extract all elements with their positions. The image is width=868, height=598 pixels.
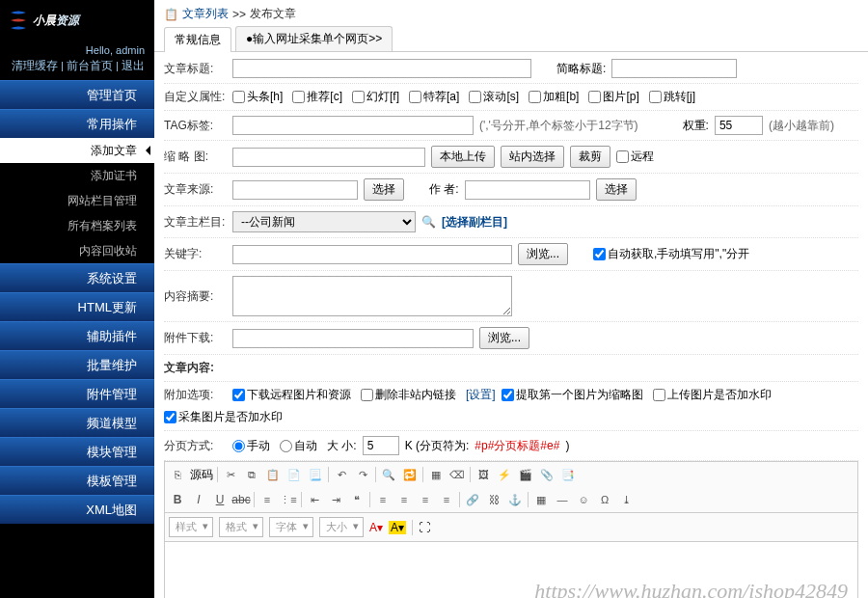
anchor-icon[interactable]: ⚓ [506, 491, 524, 508]
submenu-archive-list[interactable]: 所有档案列表 [0, 213, 154, 238]
page-icon[interactable]: 📑 [559, 466, 577, 483]
extra-settings-link[interactable]: [设置] [466, 387, 496, 403]
browse-kw-button[interactable]: 浏览... [518, 243, 568, 265]
opt-download-remote[interactable]: 下载远程图片和资源 [232, 387, 351, 403]
special-icon[interactable]: Ω [596, 491, 613, 508]
tab-general[interactable]: 常规信息 [164, 27, 231, 52]
hr-icon[interactable]: ― [554, 491, 571, 508]
strike-icon[interactable]: abc [232, 491, 250, 508]
menu-channel[interactable]: 频道模型 [0, 408, 154, 437]
attr-c[interactable]: 推荐[c] [292, 89, 342, 105]
magnify-icon[interactable]: 🔍 [421, 215, 436, 229]
table-icon[interactable]: ▦ [532, 491, 550, 508]
paste-text-icon[interactable]: 📄 [285, 466, 303, 483]
main-category-select[interactable]: --公司新闻 [232, 211, 416, 232]
source-input[interactable] [232, 180, 358, 200]
menu-html[interactable]: HTML更新 [0, 292, 154, 321]
paste-icon[interactable]: 📋 [264, 466, 282, 483]
upload-local-button[interactable]: 本地上传 [431, 146, 495, 168]
pick-author-button[interactable]: 选择 [596, 178, 637, 201]
frontend-link[interactable]: 前台首页 [67, 59, 113, 72]
source-icon[interactable]: ⎘ [169, 466, 186, 483]
tag-input[interactable] [232, 116, 474, 135]
sub-category-link[interactable]: [选择副栏目] [442, 214, 507, 231]
cut-icon[interactable]: ✂ [222, 466, 239, 483]
page-size-input[interactable] [363, 436, 399, 455]
submenu-recycle[interactable]: 内容回收站 [0, 238, 154, 263]
weight-input[interactable] [715, 116, 763, 135]
opt-upload-wm[interactable]: 上传图片是否加水印 [653, 387, 772, 403]
pick-source-button[interactable]: 选择 [364, 178, 404, 201]
source-label[interactable]: 源码 [190, 467, 213, 483]
removefmt-icon[interactable]: ⌫ [448, 466, 466, 483]
menu-batch[interactable]: 批量维护 [0, 350, 154, 379]
keywords-input[interactable] [232, 245, 512, 264]
align-right-icon[interactable]: ≡ [417, 491, 434, 508]
redo-icon[interactable]: ↷ [354, 466, 371, 483]
attach-icon[interactable]: 📎 [538, 466, 556, 483]
attr-a[interactable]: 特荐[a] [409, 89, 459, 105]
size-dropdown[interactable]: 大小 [319, 517, 364, 537]
attachment-input[interactable] [232, 329, 474, 348]
quote-icon[interactable]: ❝ [348, 491, 366, 508]
ul-icon[interactable]: ⋮≡ [280, 491, 297, 508]
ol-icon[interactable]: ≡ [258, 491, 276, 508]
menu-home[interactable]: 管理首页 [0, 80, 154, 109]
align-justify-icon[interactable]: ≡ [438, 491, 455, 508]
opt-collect-wm[interactable]: 采集图片是否加水印 [164, 409, 283, 425]
editor-canvas[interactable]: https://www.huzhan.com/ishop42849 [164, 542, 858, 598]
tab-collect-url[interactable]: ●输入网址采集单个网页>> [235, 26, 393, 51]
textcolor-icon[interactable]: A▾ [369, 521, 383, 534]
summary-textarea[interactable] [232, 276, 512, 316]
paste-word-icon[interactable]: 📃 [307, 466, 324, 483]
menu-system[interactable]: 系统设置 [0, 263, 154, 292]
underline-icon[interactable]: U [211, 491, 229, 508]
align-left-icon[interactable]: ≡ [374, 491, 392, 508]
submenu-add-article[interactable]: 添加文章 [0, 138, 154, 163]
replace-icon[interactable]: 🔁 [401, 466, 419, 483]
page-manual[interactable]: 手动 [232, 438, 270, 454]
bgcolor-icon[interactable]: A▾ [389, 521, 406, 534]
crop-button[interactable]: 裁剪 [570, 146, 610, 168]
align-center-icon[interactable]: ≡ [395, 491, 413, 508]
image-icon[interactable]: 🖼 [475, 466, 492, 483]
bold-icon[interactable]: B [169, 491, 186, 508]
menu-template[interactable]: 模板管理 [0, 466, 154, 495]
indent-icon[interactable]: ⇥ [327, 491, 344, 508]
menu-module[interactable]: 模块管理 [0, 437, 154, 466]
attr-h[interactable]: 头条[h] [232, 89, 283, 105]
style-dropdown[interactable]: 样式 [169, 517, 213, 537]
submenu-column-mgmt[interactable]: 网站栏目管理 [0, 188, 154, 213]
copy-icon[interactable]: ⧉ [243, 466, 260, 483]
attr-j[interactable]: 跳转[j] [649, 89, 695, 105]
attr-b[interactable]: 加粗[b] [529, 89, 579, 105]
title-input[interactable] [232, 59, 531, 78]
selectall-icon[interactable]: ▦ [427, 466, 445, 483]
link-icon[interactable]: 🔗 [464, 491, 481, 508]
maximize-icon[interactable]: ⛶ [419, 521, 430, 534]
menu-attach[interactable]: 附件管理 [0, 379, 154, 408]
page-auto[interactable]: 自动 [280, 438, 317, 454]
author-input[interactable] [465, 180, 590, 200]
menu-plugin[interactable]: 辅助插件 [0, 321, 154, 350]
find-icon[interactable]: 🔍 [380, 466, 397, 483]
opt-first-thumb[interactable]: 提取第一个图片为缩略图 [502, 387, 643, 403]
media-icon[interactable]: 🎬 [517, 466, 534, 483]
submenu-add-cert[interactable]: 添加证书 [0, 163, 154, 188]
attr-p[interactable]: 图片[p] [588, 89, 638, 105]
attr-s[interactable]: 滚动[s] [469, 89, 519, 105]
emoji-icon[interactable]: ☺ [575, 491, 592, 508]
attr-f[interactable]: 幻灯[f] [352, 89, 399, 105]
menu-xml[interactable]: XML地图 [0, 495, 154, 524]
opt-strip-links[interactable]: 删除非站内链接 [361, 387, 456, 403]
short-title-input[interactable] [611, 59, 737, 78]
outdent-icon[interactable]: ⇤ [306, 491, 323, 508]
pagebreak-icon[interactable]: ⤓ [617, 491, 635, 508]
logout-link[interactable]: 退出 [122, 59, 145, 72]
undo-icon[interactable]: ↶ [333, 466, 350, 483]
flash-icon[interactable]: ⚡ [496, 466, 513, 483]
remote-thumb[interactable]: 远程 [616, 149, 654, 165]
clear-cache-link[interactable]: 清理缓存 [12, 59, 58, 72]
italic-icon[interactable]: I [190, 491, 207, 508]
browse-att-button[interactable]: 浏览... [479, 327, 529, 349]
